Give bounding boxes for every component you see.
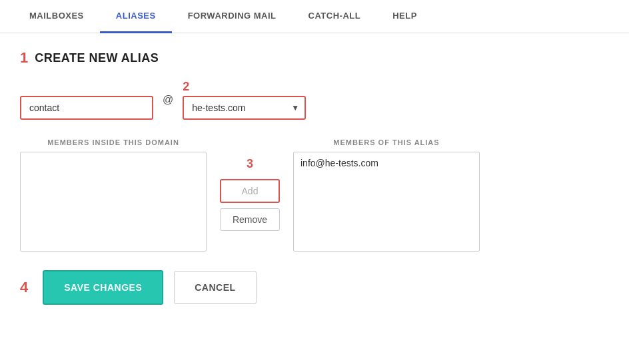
- alias-row: @ 2 he-tests.com ▼: [20, 80, 609, 120]
- tab-help[interactable]: HELP: [376, 0, 433, 33]
- members-inside-col: MEMBERS INSIDE THIS DOMAIN: [20, 138, 207, 252]
- add-button[interactable]: Add: [220, 179, 280, 203]
- members-alias-col: MEMBERS OF THIS ALIAS info@he-tests.com: [293, 138, 480, 252]
- tabs-nav: MAILBOXES ALIASES FORWARDING MAIL CATCH-…: [0, 0, 629, 33]
- step-1-number: 1: [20, 49, 28, 67]
- domain-select[interactable]: he-tests.com: [183, 96, 306, 120]
- tab-mailboxes[interactable]: MAILBOXES: [13, 0, 100, 33]
- members-inside-label: MEMBERS INSIDE THIS DOMAIN: [47, 138, 179, 146]
- remove-button[interactable]: Remove: [220, 208, 280, 231]
- members-section: MEMBERS INSIDE THIS DOMAIN 3 Add Remove …: [20, 138, 609, 252]
- tab-aliases[interactable]: ALIASES: [100, 0, 172, 33]
- domain-select-wrapper: he-tests.com ▼: [183, 96, 306, 120]
- step-3-number: 3: [247, 157, 253, 171]
- section-header: 1 CREATE NEW ALIAS: [20, 49, 609, 67]
- tab-catch-all[interactable]: CATCH-ALL: [293, 0, 377, 33]
- tab-forwarding-mail[interactable]: FORWARDING MAIL: [172, 0, 293, 33]
- member-item: info@he-tests.com: [297, 155, 476, 171]
- middle-buttons: 3 Add Remove: [207, 157, 293, 231]
- section-title: CREATE NEW ALIAS: [35, 51, 159, 65]
- members-alias-list[interactable]: info@he-tests.com: [293, 152, 480, 252]
- alias-input[interactable]: [20, 96, 153, 120]
- save-button[interactable]: SAVE CHANGES: [43, 270, 163, 305]
- bottom-buttons: 4 SAVE CHANGES CANCEL: [20, 270, 609, 305]
- at-sign: @: [163, 94, 173, 106]
- step-2-number: 2: [183, 80, 189, 94]
- alias-input-group: [20, 96, 153, 120]
- members-inside-list[interactable]: [20, 152, 207, 252]
- step-4-number: 4: [20, 279, 28, 296]
- members-alias-label: MEMBERS OF THIS ALIAS: [333, 138, 439, 146]
- cancel-button[interactable]: CANCEL: [174, 271, 256, 304]
- main-content: 1 CREATE NEW ALIAS @ 2 he-tests.com ▼ ME…: [0, 33, 629, 321]
